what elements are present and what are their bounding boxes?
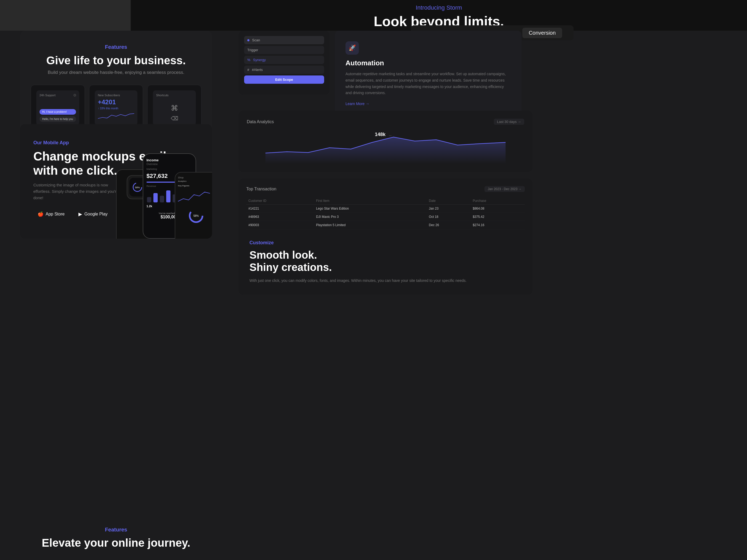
- phone-overview-label: Overview: [147, 163, 192, 166]
- customize-desc: With just one click, you can modify colo…: [250, 277, 521, 284]
- subs-count: +4201: [98, 99, 134, 106]
- gear-icon: ⚙: [73, 93, 77, 97]
- row3-item: Playstation 5 Limited: [314, 221, 427, 229]
- row3-purchase: $274.16: [471, 221, 525, 229]
- support-label: 24h Support: [40, 94, 76, 97]
- col-purchase: Purchase: [471, 197, 525, 205]
- phone-mockups: 58% Income Overview Marketing $27,632 Re…: [116, 148, 212, 239]
- row1-id: #14221: [246, 205, 314, 213]
- row2-purchase: $375.42: [471, 213, 525, 221]
- command-icon: ⌘: [156, 104, 192, 112]
- transactions-table-body: #14221 Lego Star Wars Edition Jan 23 $86…: [246, 205, 525, 229]
- transactions-table-head: Customer ID First Item Date Purchase: [246, 197, 525, 205]
- workflow-synergy: % Synergy: [244, 56, 324, 64]
- row3-id: #90003: [246, 221, 314, 229]
- google-play-button[interactable]: ▶ Google Play: [74, 209, 112, 219]
- transactions-section: Top Transaction Jan 2023 - Dec 2023 → Cu…: [239, 179, 532, 237]
- workflow-scan: Scan: [244, 36, 324, 44]
- bottom-features-label: Features: [31, 527, 201, 533]
- bottom-features-title: Elevate your online journey.: [31, 536, 201, 549]
- apple-icon: 🍎: [37, 211, 44, 217]
- phone2-ring: 58%: [178, 208, 212, 225]
- phone2-analytics-label: Analytics: [178, 180, 212, 182]
- hero-introducing: Introducing Storm: [416, 4, 462, 11]
- row2-date: Oct 18: [427, 213, 471, 221]
- col-customer-id: Customer ID: [246, 197, 314, 205]
- features-title: Give life to your business.: [31, 54, 201, 67]
- phone-marketing-label: Marketing: [147, 168, 192, 170]
- app-store-button[interactable]: 🍎 App Store: [33, 209, 69, 219]
- automation-title: Automation: [345, 59, 511, 67]
- workflow-scan-label: Scan: [252, 38, 260, 42]
- col-date: Date: [427, 197, 471, 205]
- customize-label: Customize: [250, 240, 521, 246]
- customize-section: Customize Smooth look.Shiny creations. W…: [239, 229, 532, 295]
- workflow-alerts: # #Alerts: [244, 65, 324, 74]
- automation-card: 🚀 Automation Automate repetitive marketi…: [335, 31, 521, 116]
- analytics-section: Data Analytics Last 30 days → 148k ...: [239, 111, 532, 172]
- svg-marker-4: [265, 137, 506, 164]
- table-row: #90003 Playstation 5 Limited Dec 26 $274…: [246, 221, 525, 229]
- customize-title: Smooth look.Shiny creations.: [250, 249, 521, 273]
- analytics-header: Data Analytics Last 30 days →: [247, 119, 524, 125]
- row1-purchase: $864.08: [471, 205, 525, 213]
- row3-date: Dec 26: [427, 221, 471, 229]
- phone2-chart: [178, 188, 210, 204]
- mobile-section: Our Mobile App Change mockups easily wit…: [20, 124, 212, 239]
- workflow-trigger-label: Trigger: [247, 48, 258, 52]
- phone2-shop-label: Shop: [178, 176, 212, 179]
- mobile-label: Our Mobile App: [33, 140, 199, 145]
- workflow-dot: [247, 39, 250, 41]
- table-row: #14221 Lego Star Wars Edition Jan 23 $86…: [246, 205, 525, 213]
- row1-item: Lego Star Wars Edition: [314, 205, 427, 213]
- mobile-desc: Customizing the image of mockups is now …: [33, 182, 119, 201]
- svg-text:58%: 58%: [135, 186, 140, 189]
- transactions-period[interactable]: Jan 2023 - Dec 2023 →: [485, 186, 525, 192]
- features-subtitle: Build your dream website hassle-free, en…: [31, 70, 201, 75]
- play-icon: ▶: [78, 211, 82, 217]
- row1-date: Jan 23: [427, 205, 471, 213]
- workflow-edit-label: Edit Scope: [275, 78, 293, 82]
- analytics-chart-container: 148k ...: [247, 129, 524, 165]
- bar-3: [160, 196, 164, 203]
- analytics-period[interactable]: Last 30 days →: [494, 119, 524, 125]
- analytics-peak-value: 148k ...: [375, 132, 392, 137]
- app-store-label: App Store: [46, 212, 65, 216]
- transactions-title: Top Transaction: [246, 187, 276, 191]
- shortcuts-label: Shortcuts: [156, 94, 192, 97]
- mini-chart: [98, 111, 134, 123]
- table-row: #48963 DJI Mavic Pro 3 Oct 18 $375.42: [246, 213, 525, 221]
- left-panel-partial: [0, 0, 131, 31]
- svg-text:58%: 58%: [194, 214, 199, 217]
- learn-more-link[interactable]: Learn More →: [345, 102, 511, 106]
- phone2-figures-label: Key Figures: [178, 185, 212, 187]
- bar-1: [147, 197, 151, 203]
- phone-mockup-right: Shop Analytics Key Figures 58%: [175, 172, 212, 239]
- workflow-alerts-label: #Alerts: [252, 68, 262, 72]
- transactions-header: Top Transaction Jan 2023 - Dec 2023 →: [246, 186, 525, 192]
- workflow-synergy-label: Synergy: [253, 58, 266, 62]
- progress-fill: [147, 182, 176, 183]
- workflow-trigger: Trigger: [244, 46, 324, 54]
- analytics-dots: ...: [389, 133, 392, 137]
- features-label: Features: [31, 44, 201, 50]
- table-header-row: Customer ID First Item Date Purchase: [246, 197, 525, 205]
- shortcut-icon: ⌫: [156, 115, 192, 122]
- bottom-features-section: Features Elevate your online journey.: [20, 516, 212, 560]
- automation-icon: 🚀: [345, 41, 359, 55]
- analytics-title: Data Analytics: [247, 119, 274, 124]
- subs-label: New Subscribers: [98, 94, 134, 97]
- chat-response: Hello, I'm here to help you: [40, 116, 76, 122]
- bar-4: [166, 190, 171, 203]
- row2-item: DJI Mavic Pro 3: [314, 213, 427, 221]
- card-preview-support: 24h Support ⚙ Hi, I have a problem! Hell…: [36, 90, 79, 125]
- bar-2: [153, 193, 158, 203]
- phone-income-label: Income: [147, 158, 192, 162]
- card-preview-workflow: Shortcuts ⌘ ⌫: [153, 90, 196, 125]
- row2-id: #48963: [246, 213, 314, 221]
- nav-item-conversion[interactable]: Conversion: [522, 28, 562, 38]
- col-first-item: First Item: [314, 197, 427, 205]
- workflow-edit-btn[interactable]: Edit Scope: [244, 76, 324, 84]
- chat-bubble: Hi, I have a problem!: [40, 109, 76, 115]
- google-play-label: Google Play: [84, 212, 107, 216]
